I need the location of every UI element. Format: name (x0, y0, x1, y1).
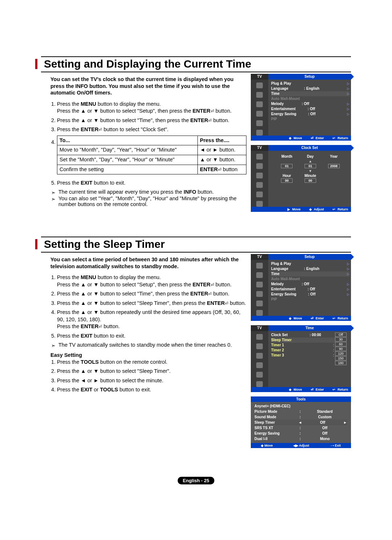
menu-icon (256, 381, 263, 387)
table-row: Set the "Month", "Day", "Year", "Hour" o… (57, 155, 246, 165)
step-5: Press the EXIT button to exit. (57, 333, 246, 340)
osd-time: TV Time Clock Set: 00:00 Sleep Timer Tim… (251, 325, 351, 392)
note-2: ➣ You can also set "Year", "Month", "Day… (51, 196, 246, 207)
enter-icon: ⏎ (225, 301, 228, 306)
easy-step-2: Press the ▲ or ▼ button to select "Sleep… (57, 368, 246, 375)
menu-icon (256, 192, 263, 197)
table-row: Confirm the setting ENTER⏎ button (57, 165, 246, 174)
step-3: Press the ▲ or ▼ button to select "Sleep… (57, 300, 246, 307)
sleep-timer-body: You can select a time period of between … (41, 254, 246, 448)
step-3: Press the ENTER⏎ button to select "Clock… (57, 126, 246, 133)
steps-list: Press the MENU button to display the men… (41, 101, 246, 187)
step-1: Press the MENU button to display the men… (57, 101, 246, 115)
menu-icon (256, 130, 263, 136)
heading-current-time: Setting and Displaying the Current Time (41, 56, 351, 72)
enter-icon: ⏎ (98, 324, 102, 329)
section-current-time: Setting and Displaying the Current Time … (41, 56, 351, 216)
step-5: Press the EXIT button to exit. (57, 180, 246, 187)
menu-icon (256, 163, 263, 169)
menu-icon (256, 343, 263, 349)
foot-enter: ⏎ Enter (309, 136, 324, 140)
foot-move: ◆ Move (287, 136, 302, 140)
intro-text: You can select a time period of between … (41, 256, 246, 270)
note-arrow-icon: ➣ (51, 190, 56, 196)
menu-icon (256, 101, 263, 107)
menu-icon (256, 82, 263, 88)
enter-icon: ⏎ (218, 167, 221, 172)
step-4: Press the ▲ or ▼ button repeatedly until… (57, 309, 246, 330)
step-2: Press the ▲ or ▼ button to select "Time"… (57, 290, 246, 298)
page-footer: English - 25 (178, 477, 215, 484)
sleep-timer-options: Off 30 60 90 120 150 180 (335, 333, 347, 386)
heading-bar-icon (35, 59, 37, 69)
menu-icon (256, 372, 263, 378)
enter-icon: ⏎ (208, 291, 212, 297)
note-arrow-icon: ➣ (51, 196, 56, 208)
menu-icon (256, 282, 263, 287)
menu-icon (256, 92, 263, 98)
easy-step-3: Press the ◄ or ► button to select the mi… (57, 377, 246, 384)
enter-icon: ⏎ (98, 127, 102, 132)
menu-icon (256, 201, 263, 207)
easy-steps: Press the TOOLS button on the remote con… (41, 359, 246, 394)
osd-clock-set: TV Clock Set (251, 145, 351, 212)
enter-icon: ⏎ (208, 118, 212, 123)
enter-icon: ⏎ (211, 109, 214, 114)
intro-text: You can set the TV's clock so that the c… (41, 76, 246, 96)
osd-setup-1: TV Setup Plug & Play▷ (251, 74, 351, 141)
easy-setting-head: Easy Setting (50, 352, 246, 358)
menu-icon (256, 111, 263, 117)
th-press: Press the.... (197, 136, 246, 145)
step-1: Press the MENU button to display the men… (57, 274, 246, 288)
osd-tools: Tools Anynet+ (HDMI-CEC) Picture Mode:St… (251, 396, 351, 448)
menu-icon (256, 334, 263, 340)
note-arrow-icon: ➣ (51, 343, 56, 348)
heading-bar-icon (35, 239, 37, 249)
table-row: Move to "Month", "Day", "Year", "Hour" o… (57, 145, 246, 155)
osd-icon-rail (251, 151, 268, 207)
enter-icon: ⏎ (211, 282, 214, 287)
heading-text: Setting the Sleep Timer (44, 238, 165, 250)
osd-tv-label: TV (251, 145, 268, 151)
menu-icon (256, 301, 263, 306)
menu-icon (256, 362, 263, 368)
steps-list-2: Press the MENU button to display the men… (41, 274, 246, 340)
menu-icon (256, 353, 263, 359)
step-4: To... Press the.... Move to "Month", "Da… (57, 136, 246, 174)
osd-icon-rail (251, 80, 268, 136)
menu-icon (256, 263, 263, 269)
menu-icon (256, 291, 263, 297)
easy-step-1: Press the TOOLS button on the remote con… (57, 359, 246, 366)
osd-title: Clock Set (268, 145, 351, 151)
current-time-body: You can set the TV's clock so that the c… (41, 74, 246, 216)
th-to: To... (57, 136, 198, 145)
foot-return: ↩ Return (330, 136, 348, 140)
section-sleep-timer: Setting the Sleep Timer You can select a… (41, 237, 351, 448)
note-standby: ➣ The TV automatically switches to stand… (51, 342, 246, 348)
osd-title: Setup (268, 74, 351, 80)
heading-text: Setting and Displaying the Current Time (44, 58, 251, 70)
menu-icon (256, 310, 263, 316)
menu-icon (256, 173, 263, 178)
osd-tv-label: TV (251, 74, 268, 80)
step-2: Press the ▲ or ▼ button to select "Time"… (57, 117, 246, 124)
menu-icon (256, 120, 263, 126)
menu-icon (256, 182, 263, 188)
menu-icon (256, 154, 263, 160)
note-1: ➣ The current time will appear every tim… (51, 189, 246, 195)
easy-step-4: Press the EXIT or TOOLS button to exit. (57, 386, 246, 394)
menu-icon (256, 272, 263, 278)
heading-sleep-timer: Setting the Sleep Timer (41, 237, 351, 253)
action-table: To... Press the.... Move to "Month", "Da… (57, 136, 246, 174)
osd-setup-2: TV Setup Plug & Play▷ Language: English▷… (251, 254, 351, 321)
